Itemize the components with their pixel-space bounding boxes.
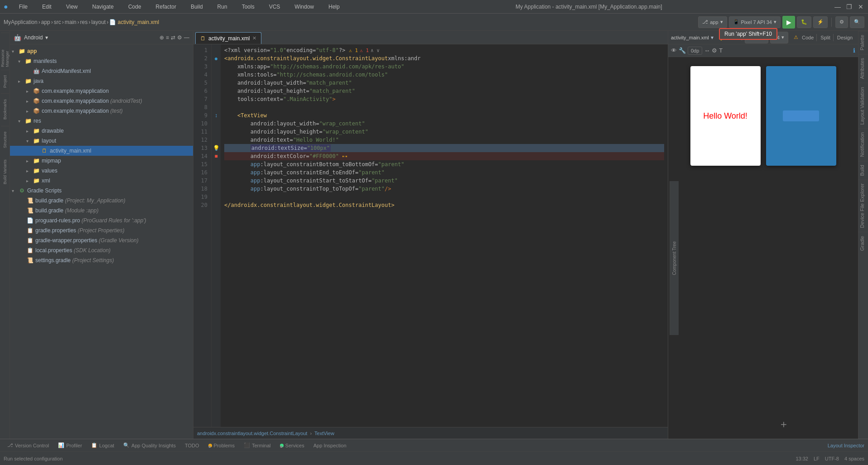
layout-inspector-link[interactable]: Layout Inspector [828,443,864,448]
menu-run[interactable]: Run [214,3,231,11]
profile-button[interactable]: ⚡ [813,16,828,28]
tree-item-settings-gradle[interactable]: 📜 settings.gradle (Project Settings) [10,255,193,265]
tree-item-values[interactable]: ▸ 📁 values [10,166,193,176]
tree-item-package-test[interactable]: ▸ 📦 com.example.myapplication (test) [10,106,193,116]
preview-file-label[interactable]: activity_main.xml [671,35,709,40]
breadcrumb-app[interactable]: app [41,19,50,25]
build-tab[interactable]: Build [858,161,868,179]
todo-tab[interactable]: TODO [181,442,203,449]
breadcrumb-constraintlayout[interactable]: androidx.constraintlayout.widget.Constra… [197,431,307,436]
problems-tab[interactable]: ● Problems [205,442,238,449]
tree-item-app[interactable]: ▾ 📁 app [10,46,193,56]
view-split-btn[interactable]: Split [818,34,833,41]
tree-item-package-main[interactable]: ▸ 📦 com.example.myapplication [10,86,193,96]
filter-icon[interactable]: ⇄ [171,34,175,41]
tree-item-java[interactable]: ▸ 📁 java [10,76,193,86]
menu-refactor[interactable]: Refactor [152,3,180,11]
component-tree-panel[interactable]: Component Tree [670,181,679,335]
structure-tab[interactable]: Structure [1,126,9,153]
debug-button[interactable]: 🐛 [797,16,811,28]
app-inspection-tab[interactable]: App Inspection [310,442,350,449]
menu-build[interactable]: Build [187,3,207,11]
tab-close-icon[interactable]: ✕ [252,35,256,41]
tree-item-gradle-wrapper[interactable]: 📋 gradle-wrapper.properties (Gradle Vers… [10,235,193,245]
attributes-tab[interactable]: Attributes [858,54,868,82]
breadcrumb-layout[interactable]: layout [91,19,106,25]
project-tab[interactable]: Project [1,70,9,92]
line-ending-display[interactable]: LF [814,456,820,461]
tree-item-activity-main[interactable]: 🗒 activity_main.xml [10,146,193,156]
menu-view[interactable]: View [63,3,82,11]
menu-file[interactable]: File [15,3,31,11]
services-tab[interactable]: ● Services [276,442,308,449]
tree-item-gradle-properties[interactable]: 📋 gradle.properties (Project Properties) [10,225,193,235]
profiler-tab[interactable]: 📊 Profiler [54,441,86,449]
breadcrumb-textview[interactable]: TextView [314,431,334,436]
sync-icon[interactable]: ⊕ [159,34,164,41]
view-design-btn[interactable]: Design [834,34,855,41]
resize-handle-icon[interactable]: ✕ [778,419,789,430]
terminal-tab[interactable]: ⬛ Terminal [240,441,275,449]
tree-item-mipmap[interactable]: ▸ 📁 mipmap [10,156,193,166]
menu-window[interactable]: Window [291,3,318,11]
tree-item-build-gradle-project[interactable]: 📜 build.gradle (Project: My_Application) [10,196,193,206]
prev-icon-e[interactable]: T [719,47,723,54]
run-button[interactable]: ▶ [782,16,795,29]
sidebar-arrow-icon[interactable]: ▾ [45,34,48,41]
breadcrumb-src[interactable]: src [54,19,61,25]
run-config-dropdown[interactable]: ⎇ app ▾ [698,16,727,28]
version-control-tab[interactable]: ⎇ Version Control [4,441,53,449]
prev-icon-c[interactable]: ↔ [704,47,710,54]
menu-help[interactable]: Help [325,3,343,11]
editor-tab-activity-main[interactable]: 🗒 activity_main.xml ✕ [195,32,261,44]
maximize-button[interactable]: ❐ [846,4,853,10]
tree-item-manifests[interactable]: ▾ 📁 manifests [10,56,193,66]
preview-dropdown-icon[interactable]: ▾ [711,34,714,41]
tree-item-gradle-scripts[interactable]: ▾ ⚙ Gradle Scripts [10,186,193,196]
build-variants-tab[interactable]: Build Variants [1,154,9,190]
resource-manager-tab[interactable]: Resource Manager [1,33,9,69]
menu-navigate[interactable]: Navigate [89,3,117,11]
prev-icon-a[interactable]: 👁 [671,47,677,54]
indent-display[interactable]: 4 spaces [844,456,864,461]
charset-display[interactable]: UTF-8 [825,456,839,461]
gradle-tab[interactable]: Gradle [858,232,868,254]
app-quality-tab[interactable]: 🔍 App Quality Insights [120,441,179,449]
breadcrumb-main[interactable]: main [65,19,77,25]
tree-item-local-properties[interactable]: 📋 local.properties (SDK Location) [10,245,193,255]
sidebar-dropdown[interactable]: Android [24,34,43,41]
menu-tools[interactable]: Tools [238,3,258,11]
close-sidebar-icon[interactable]: — [184,34,189,41]
menu-vcs[interactable]: VCS [265,3,284,11]
layout-validation-tab[interactable]: Layout Validation [858,83,868,129]
close-button[interactable]: ✕ [858,4,864,10]
prev-icon-d[interactable]: ⚙ [712,47,717,54]
code-editor[interactable]: <?xml version="1.0" encoding="utf-8"?> ⚠… [221,44,668,427]
collapse-icon[interactable]: ≡ [166,34,169,41]
device-explorer-tab[interactable]: Device File Explorer [858,179,868,231]
settings-button[interactable]: ⚙ [835,16,848,28]
breadcrumb-myapp[interactable]: MyApplication [4,19,38,25]
notification-tab[interactable]: Notification [858,128,868,160]
logcat-tab[interactable]: 📋 Logcat [87,441,118,449]
search-button[interactable]: 🔍 [850,16,864,28]
device-dropdown[interactable]: 📱 Pixel 7 API 34 ▾ [729,16,781,28]
minimize-button[interactable]: — [834,4,841,10]
gear-icon[interactable]: ⚙ [177,34,182,41]
tree-item-package-androidtest[interactable]: ▸ 📦 com.example.myapplication (androidTe… [10,96,193,106]
bookmarks-tab[interactable]: Bookmarks [1,93,9,125]
tree-item-proguard[interactable]: 📄 proguard-rules.pro (ProGuard Rules for… [10,216,193,225]
tree-item-androidmanifest[interactable]: 🤖 AndroidManifest.xml [10,66,193,76]
breadcrumb-res[interactable]: res [80,19,88,25]
breadcrumb-file[interactable]: 📄 activity_main.xml [109,19,159,25]
tree-item-res[interactable]: ▾ 📁 res [10,116,193,126]
palette-tab[interactable]: Palette [858,31,868,54]
tree-item-xml[interactable]: ▸ 📁 xml [10,176,193,186]
menu-code[interactable]: Code [125,3,145,11]
menu-edit[interactable]: Edit [39,3,55,11]
tree-item-layout[interactable]: ▾ 📁 layout [10,136,193,146]
tree-item-build-gradle-module[interactable]: 📜 build.gradle (Module :app) [10,206,193,216]
view-code-btn[interactable]: Code [799,34,817,41]
tree-item-drawable[interactable]: ▸ 📁 drawable [10,126,193,136]
prev-icon-b[interactable]: 🔧 [679,47,686,54]
